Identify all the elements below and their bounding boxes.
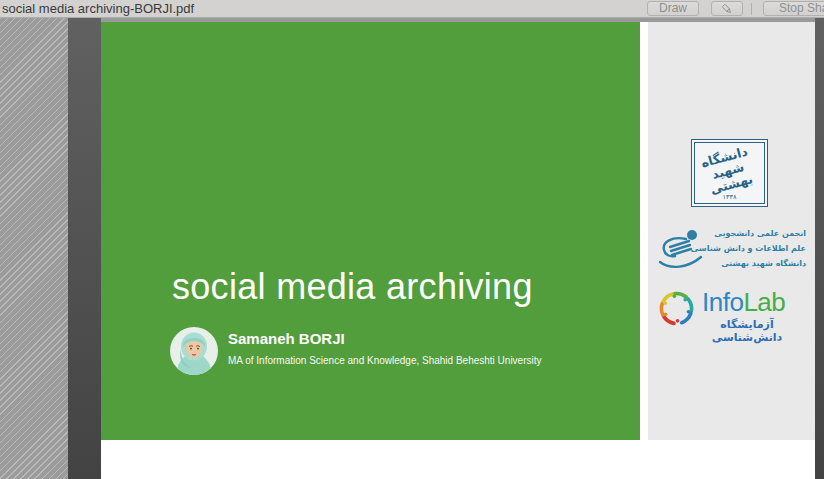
- window-titlebar: social media archiving-BORJI.pdf Draw St…: [0, 0, 824, 18]
- association-line-2: علم اطلاعات و دانش شناسی: [710, 241, 806, 256]
- infolab-persian-caption: آزمایشگاه دانش‌شناسی: [700, 318, 794, 344]
- slide-title: social media archiving: [172, 266, 632, 308]
- stop-share-button[interactable]: Stop Sha: [763, 1, 824, 16]
- association-line-3: دانشگاه شهید بهشتی: [710, 256, 806, 271]
- university-emblem: دانشگاه شهید بهشتی ۱۳۳۸: [691, 139, 768, 207]
- screen-share-striped-region: [0, 18, 68, 479]
- university-emblem-year: ۱۳۳۸: [695, 193, 764, 201]
- university-emblem-inner-border: دانشگاه شهید بهشتی ۱۳۳۸: [694, 142, 765, 204]
- author-portrait-icon: [170, 327, 218, 375]
- draw-button[interactable]: Draw: [647, 1, 699, 16]
- toolbar-separator: [751, 3, 752, 15]
- association-logo-text: انجمن علمی دانشجویی علم اطلاعات و دانش ش…: [710, 226, 806, 271]
- pencil-icon: [720, 3, 734, 15]
- pdf-gutter-left: [68, 18, 101, 479]
- author-affiliation: MA of Information Science and Knowledge,…: [228, 355, 542, 366]
- university-emblem-calligraphy: دانشگاه شهید بهشتی: [694, 143, 763, 200]
- infolab-wordmark: InfoLab: [702, 287, 785, 318]
- infolab-swirl-icon: [655, 287, 698, 330]
- author-name: Samaneh BORJI: [228, 330, 345, 347]
- infolab-word-lab: Lab: [743, 287, 785, 317]
- pdf-gutter-right: [815, 18, 824, 479]
- pencil-tool-button[interactable]: [711, 1, 743, 16]
- slide-green-background: [101, 22, 640, 440]
- slide-white-divider: [640, 22, 648, 440]
- association-line-1: انجمن علمی دانشجویی: [710, 226, 806, 241]
- infolab-word-info: Info: [702, 287, 743, 317]
- next-page-edge: [101, 440, 815, 479]
- screen-share-view: social media archiving Samaneh BORJI MA …: [0, 0, 824, 479]
- avatar: [170, 327, 218, 375]
- window-title: social media archiving-BORJI.pdf: [2, 1, 194, 16]
